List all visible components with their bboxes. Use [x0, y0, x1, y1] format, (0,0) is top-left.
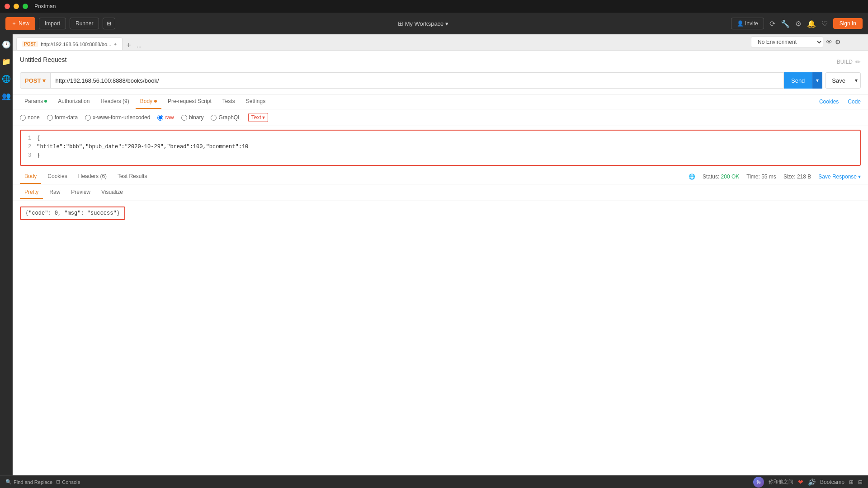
layout-icon[interactable]: ⊞ — [849, 479, 854, 485]
bell-icon[interactable]: 🔔 — [807, 19, 816, 28]
sign-in-button[interactable]: Sign In — [833, 18, 863, 29]
request-tab[interactable]: POST http://192.168.56.100:8888/bo... ● — [16, 38, 123, 50]
new-button[interactable]: ＋ New — [5, 17, 35, 30]
username-label: 你和他之间 — [769, 479, 793, 485]
body-options: none form-data x-www-form-urlencoded raw… — [13, 109, 868, 126]
resp-tab-pretty[interactable]: Pretty — [20, 186, 43, 199]
chevron-down-icon: ▾ — [262, 114, 265, 121]
heart-icon: ❤ — [798, 479, 803, 486]
maximize-button[interactable] — [23, 4, 28, 9]
environment-controls: No Environment 👁 ⚙ — [751, 36, 841, 48]
resp-tab-raw[interactable]: Raw — [45, 186, 65, 199]
response-tab-cookies[interactable]: Cookies — [43, 169, 71, 184]
tab-pre-request[interactable]: Pre-request Script — [163, 94, 216, 109]
send-button[interactable]: Send — [784, 72, 812, 89]
option-none[interactable]: none — [20, 114, 40, 121]
send-dropdown-button[interactable]: ▾ — [812, 72, 822, 89]
user-icon: 👤 — [737, 20, 744, 27]
tab-authorization[interactable]: Authorization — [53, 94, 94, 109]
response-area: Body Cookies Headers (6) Test Results 🌐 … — [13, 169, 868, 475]
time-label: Time: 55 ms — [746, 174, 776, 180]
history-button[interactable]: ⊞ — [103, 18, 115, 29]
build-group: BUILD ✏ — [837, 58, 861, 66]
bootcamp-label[interactable]: Bootcamp — [820, 479, 844, 485]
grid-icon[interactable]: ⊟ — [858, 479, 863, 485]
status-label: Status: 200 OK — [703, 174, 739, 180]
chevron-down-icon: ▾ — [445, 20, 448, 27]
heart-icon[interactable]: ♡ — [821, 19, 828, 28]
console-item[interactable]: ⊡ Console — [56, 479, 80, 485]
chevron-down-icon: ▾ — [42, 77, 46, 84]
sidebar-item-environments[interactable]: 🌐 — [1, 73, 12, 84]
sidebar-item-history[interactable]: 🕐 — [1, 39, 12, 50]
more-tabs-icon[interactable]: ··· — [135, 43, 144, 50]
response-status-bar: 🌐 Status: 200 OK Time: 55 ms Size: 218 B — [689, 174, 861, 180]
code-line-3: 3 } — [28, 151, 853, 160]
tab-body[interactable]: Body — [136, 94, 161, 109]
app-title: Postman — [34, 3, 56, 9]
chevron-down-icon: ▾ — [858, 174, 861, 180]
invite-button[interactable]: 👤 Invite — [731, 18, 764, 29]
code-link[interactable]: Code — [848, 99, 861, 105]
sidebar-item-collections[interactable]: 📁 — [1, 56, 12, 67]
content-area: POST http://192.168.56.100:8888/bo... ● … — [13, 34, 868, 475]
size-label: Size: 218 B — [783, 174, 811, 180]
import-button[interactable]: Import — [39, 18, 66, 29]
resp-tab-visualize[interactable]: Visualize — [97, 186, 127, 199]
sidebar-item-users[interactable]: 👥 — [1, 90, 12, 101]
save-dropdown-button[interactable]: ▾ — [852, 72, 861, 89]
tab-settings[interactable]: Settings — [241, 94, 270, 109]
runner-button[interactable]: Runner — [70, 18, 99, 29]
sync-icon[interactable]: ⟳ — [769, 19, 775, 28]
cookies-link[interactable]: Cookies — [819, 99, 839, 105]
url-bar: POST ▾ Send ▾ Save ▾ — [20, 72, 861, 89]
option-raw[interactable]: raw — [157, 114, 174, 121]
env-eye-icon[interactable]: 👁 — [826, 38, 832, 46]
response-tab-body[interactable]: Body — [20, 169, 41, 184]
url-input[interactable] — [50, 72, 784, 89]
code-line-1: 1 { — [28, 134, 853, 143]
resp-tab-preview[interactable]: Preview — [66, 186, 95, 199]
option-binary[interactable]: binary — [181, 114, 204, 121]
response-tab-test-results[interactable]: Test Results — [113, 169, 151, 184]
add-tab-button[interactable]: + — [123, 41, 134, 50]
tab-close-icon[interactable]: ● — [114, 42, 117, 47]
request-area: Untitled Request BUILD ✏ POST ▾ Send ▾ S… — [13, 51, 868, 94]
code-editor[interactable]: 1 { 2 "btitle":"bbb","bpub_date":"2020-1… — [20, 130, 861, 166]
build-label: BUILD — [837, 59, 853, 65]
response-body-tabs: Pretty Raw Preview Visualize — [13, 184, 868, 201]
response-tab-headers[interactable]: Headers (6) — [74, 169, 111, 184]
env-settings-icon[interactable]: ⚙ — [835, 38, 841, 46]
text-format-dropdown[interactable]: Text ▾ — [248, 113, 268, 122]
tab-tests[interactable]: Tests — [218, 94, 240, 109]
tab-params[interactable]: Params — [20, 94, 52, 109]
pencil-icon[interactable]: ✏ — [855, 58, 861, 66]
sidebar: 🕐 📁 🌐 👥 — [0, 34, 13, 475]
workspace-selector[interactable]: ⊞ My Workspace ▾ — [398, 20, 449, 27]
method-selector[interactable]: POST ▾ — [20, 72, 50, 89]
search-icon: 🔍 — [5, 479, 12, 485]
close-button[interactable] — [5, 4, 10, 9]
request-sub-tabs: Params Authorization Headers (9) Body Pr… — [13, 94, 868, 109]
tabs-bar: POST http://192.168.56.100:8888/bo... ● … — [13, 34, 868, 51]
minimize-button[interactable] — [14, 4, 19, 9]
statusbar: 🔍 Find and Replace ⊡ Console 你 你和他之间 ❤ 🔊… — [0, 475, 868, 488]
title-bar: Postman — [0, 0, 868, 13]
tab-headers[interactable]: Headers (9) — [96, 94, 133, 109]
wrench-icon[interactable]: 🔧 — [781, 19, 790, 28]
request-title: Untitled Request — [20, 56, 67, 63]
option-form-data[interactable]: form-data — [47, 114, 78, 121]
option-graphql[interactable]: GraphQL — [211, 114, 241, 121]
environment-selector[interactable]: No Environment — [751, 36, 823, 48]
params-dot — [44, 100, 47, 103]
toolbar-center: ⊞ My Workspace ▾ — [119, 20, 727, 27]
save-response-button[interactable]: Save Response ▾ — [818, 174, 861, 180]
globe-icon: 🌐 — [689, 174, 695, 180]
find-replace-item[interactable]: 🔍 Find and Replace — [5, 479, 52, 485]
save-button[interactable]: Save — [825, 72, 852, 89]
toolbar: ＋ New Import Runner ⊞ ⊞ My Workspace ▾ 👤… — [0, 13, 868, 34]
option-urlencoded[interactable]: x-www-form-urlencoded — [85, 114, 150, 121]
settings-icon[interactable]: ⚙ — [795, 19, 802, 28]
terminal-icon: ⊡ — [56, 479, 60, 485]
plus-icon: ＋ — [11, 20, 17, 28]
